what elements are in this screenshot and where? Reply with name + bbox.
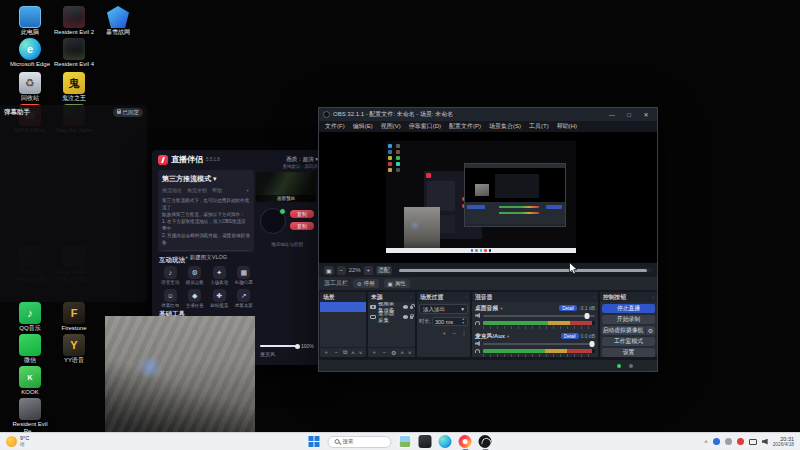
- interactive-feature[interactable]: ✚ 贴纸投票: [207, 289, 232, 308]
- interactive-feature[interactable]: ◆ 主播任务: [183, 289, 208, 308]
- stream-mode-dropdown[interactable]: 第三方推流模式 ▾: [162, 174, 250, 184]
- taskbar-search[interactable]: 搜索: [328, 436, 392, 448]
- copy-stream-key-button[interactable]: 复制: [290, 222, 314, 230]
- quality-dropdown[interactable]: 画质：超清 ▾: [256, 156, 318, 163]
- desktop-icon-firestone[interactable]: F Firestone: [52, 302, 96, 332]
- source-toolbar-button[interactable]: ▣ 属性: [384, 279, 410, 288]
- dock-pin-icon[interactable]: ◦: [652, 294, 654, 300]
- danmaku-pin-button[interactable]: 已固定: [113, 108, 144, 117]
- desktop-icon-yy[interactable]: Y YY语音: [52, 334, 96, 364]
- transition-select[interactable]: 淡入淡出 ▾: [419, 304, 468, 314]
- dock-pin-icon[interactable]: ◦: [593, 294, 595, 300]
- zoom-in-button[interactable]: +: [364, 266, 373, 275]
- tray-app-live-icon[interactable]: [737, 438, 744, 445]
- scenes-toolbar-button[interactable]: ˄: [351, 350, 355, 356]
- desktop-icon-resident-evil-re[interactable]: Resident Evil Re...: [8, 398, 52, 435]
- minimize-button[interactable]: —: [605, 109, 619, 120]
- obs-menu-item[interactable]: 配置文件(P): [449, 122, 481, 131]
- desktop-icon-this-pc[interactable]: 此电脑: [8, 6, 52, 36]
- tray-app-gray-icon[interactable]: [725, 438, 732, 445]
- interactive-feature[interactable]: ⚙ 模拟点歌: [183, 266, 208, 285]
- desktop-icon-king-game[interactable]: 鬼 鬼泣之王: [52, 72, 96, 102]
- transition-action-button[interactable]: ＋: [441, 329, 447, 338]
- obs-control-button[interactable]: 启动虚拟摄像机 ⚙: [602, 326, 655, 335]
- scene-item[interactable]: [320, 302, 366, 312]
- interactive-feature[interactable]: ☺ 弹幕红包: [158, 289, 183, 308]
- mic-volume-slider[interactable]: [260, 345, 298, 347]
- taskbar-app-obs[interactable]: [479, 435, 492, 448]
- scrollbar-thumb[interactable]: [399, 269, 647, 272]
- sources-toolbar-button[interactable]: ＋: [371, 348, 377, 357]
- desktop-icon-edge[interactable]: e Microsoft Edge: [8, 38, 52, 68]
- obs-preview-canvas[interactable]: [319, 132, 657, 263]
- stream-mode-tab[interactable]: 帮助: [212, 187, 222, 193]
- speaker-icon[interactable]: [475, 313, 480, 318]
- obs-control-button[interactable]: 开始录制 ⚙: [602, 315, 655, 324]
- scenes-toolbar-button[interactable]: ＋: [323, 348, 329, 357]
- tray-volume-icon[interactable]: [762, 439, 768, 445]
- sources-toolbar-button[interactable]: －: [381, 348, 387, 357]
- source-item[interactable]: 显示器采集: [368, 312, 415, 322]
- interactive-feature[interactable]: ↗ 弹幕大屏: [232, 289, 257, 308]
- tray-chevron-up-icon[interactable]: ˄: [704, 439, 708, 445]
- interactive-feature[interactable]: ▦ 礼物心愿: [232, 266, 257, 285]
- channel-detail-badge[interactable]: Detail: [561, 333, 579, 339]
- channel-detail-badge[interactable]: Detail: [559, 305, 577, 311]
- source-toolbar-button[interactable]: ⊘ 停用: [353, 279, 379, 288]
- start-button[interactable]: [309, 436, 321, 448]
- transition-action-button[interactable]: ⋮: [461, 329, 467, 338]
- taskbar-app-photos[interactable]: [399, 435, 412, 448]
- maximize-button[interactable]: □: [622, 109, 636, 120]
- tray-app-blue-icon[interactable]: [713, 438, 720, 445]
- volume-slider-knob[interactable]: [585, 313, 590, 319]
- desktop-icon-battlenet[interactable]: 暴雪战网: [96, 6, 140, 36]
- visibility-eye-icon[interactable]: [403, 315, 408, 319]
- sources-toolbar-button[interactable]: ˄: [400, 350, 404, 356]
- taskbar-app-live-companion[interactable]: [459, 435, 472, 448]
- zoom-lock-button[interactable]: ▣: [324, 266, 334, 275]
- mic-slider-knob[interactable]: [295, 344, 300, 349]
- scenes-toolbar-button[interactable]: －: [333, 348, 339, 357]
- chevron-down-icon[interactable]: ▾: [507, 334, 509, 339]
- stream-mode-tab[interactable]: 推流密钥: [187, 187, 207, 193]
- lock-icon[interactable]: [410, 316, 413, 319]
- obs-control-button[interactable]: 工作室模式 ⚙: [602, 337, 655, 346]
- desktop-icon-wechat[interactable]: 微信: [8, 334, 52, 364]
- obs-titlebar[interactable]: OBS 32.1.1 - 配置文件: 未命名 - 场景: 未命名 — □ ✕: [319, 108, 657, 121]
- obs-menu-item[interactable]: 编辑(E): [353, 122, 373, 131]
- headphones-icon[interactable]: [475, 349, 480, 353]
- obs-control-button[interactable]: 停止直播 ⚙: [602, 304, 655, 313]
- obs-control-button[interactable]: 设置 ⚙: [602, 348, 655, 357]
- interactive-feature[interactable]: ✦ 入场欢迎: [207, 266, 232, 285]
- scenes-toolbar-button[interactable]: ˅: [359, 350, 363, 356]
- taskbar-clock[interactable]: 20:31 2026/4/18: [773, 436, 794, 448]
- taskbar-app-file-explorer[interactable]: [419, 435, 432, 448]
- desktop-icon-kook[interactable]: K KOOK: [8, 366, 52, 396]
- obs-menu-item[interactable]: 文件(F): [325, 122, 345, 131]
- obs-menu-item[interactable]: 视图(V): [381, 122, 401, 131]
- volume-slider-knob[interactable]: [589, 341, 594, 347]
- volume-slider[interactable]: [483, 343, 595, 345]
- obs-menu-item[interactable]: 停靠窗口(D): [409, 122, 441, 131]
- duration-stepper[interactable]: ▲▼: [462, 318, 465, 325]
- dock-pin-icon[interactable]: ◦: [410, 294, 412, 300]
- transition-duration-input[interactable]: 300 ms ▲▼: [432, 317, 468, 326]
- headphones-icon[interactable]: [475, 321, 480, 325]
- dock-pin-icon[interactable]: ◦: [361, 294, 363, 300]
- gear-icon[interactable]: ⚙: [645, 326, 655, 335]
- desktop-icon-qq-music[interactable]: ♪ QQ音乐: [8, 302, 52, 332]
- add-tab-button[interactable]: ＋: [245, 187, 250, 193]
- taskbar-app-edge[interactable]: [439, 435, 452, 448]
- sources-toolbar-button[interactable]: ˅: [408, 350, 412, 356]
- obs-menu-item[interactable]: 场景集合(S): [489, 122, 521, 131]
- preview-horizontal-scrollbar[interactable]: [399, 268, 652, 272]
- speaker-icon[interactable]: [475, 341, 480, 346]
- visibility-eye-icon[interactable]: [403, 305, 408, 309]
- dock-pin-icon[interactable]: ◦: [465, 294, 467, 300]
- sources-toolbar-button[interactable]: ⚙: [391, 349, 396, 356]
- volume-slider[interactable]: [483, 315, 595, 317]
- zoom-fit-button[interactable]: 适配: [376, 266, 392, 275]
- interactive-feature[interactable]: ♪ 语音互动: [158, 266, 183, 285]
- weather-widget[interactable]: 9°C 晴: [0, 436, 35, 447]
- obs-menu-item[interactable]: 帮助(H): [557, 122, 577, 131]
